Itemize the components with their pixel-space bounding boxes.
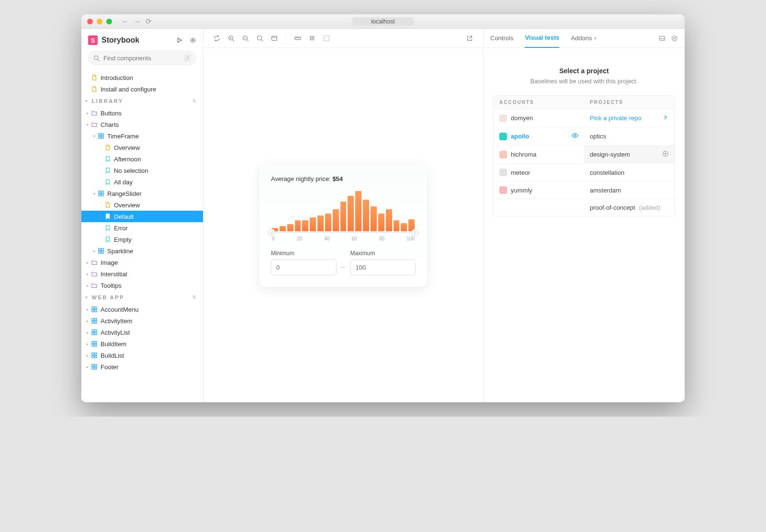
sidebar: Storybook / IntroductionInstall and conf…	[81, 29, 203, 402]
tree-item[interactable]: ▸Buttons	[81, 107, 203, 119]
search-icon	[93, 55, 100, 61]
project-cell[interactable]: Pick a private repo	[584, 109, 675, 127]
sync-icon[interactable]	[210, 32, 224, 45]
svg-marker-0	[178, 38, 182, 43]
svg-rect-31	[95, 344, 97, 346]
project-cell[interactable]: optics	[584, 127, 675, 145]
slider-handle-min[interactable]: ||	[268, 229, 275, 236]
section-header[interactable]: ▾LIBRARY⇅	[81, 95, 203, 107]
svg-point-1	[192, 39, 194, 41]
tab-visual-tests[interactable]: Visual tests	[525, 29, 559, 48]
tick-label: 0	[272, 236, 275, 241]
tab-addons[interactable]: Addons▾	[571, 29, 596, 48]
account-cell[interactable]: meteor	[494, 164, 584, 181]
tree-item[interactable]: Install and configure	[81, 83, 203, 95]
account-cell[interactable]: hichroma	[494, 146, 584, 163]
tree-item[interactable]: ▾RangeSlider	[81, 188, 203, 199]
histogram-bar	[340, 202, 347, 231]
svg-rect-6	[99, 136, 101, 138]
reload-icon[interactable]: ⟳	[146, 17, 152, 26]
svg-rect-36	[92, 364, 94, 366]
account-cell[interactable]: yummly	[494, 181, 584, 199]
tree-item[interactable]: All day	[81, 176, 203, 188]
panel-position-icon[interactable]	[659, 35, 665, 42]
range-separator: –	[341, 263, 346, 272]
account-cell[interactable]: domyen	[494, 109, 584, 127]
tree-item[interactable]: Introduction	[81, 72, 203, 83]
svg-rect-13	[101, 249, 103, 250]
gear-icon[interactable]	[190, 37, 196, 44]
outline-icon[interactable]	[320, 32, 333, 45]
tree-item[interactable]: ▸Tooltips	[81, 280, 203, 291]
histogram-bar	[386, 209, 392, 231]
tree-item[interactable]: Overview	[81, 199, 203, 211]
zoom-out-icon[interactable]	[239, 32, 252, 45]
tree-item[interactable]: ▸Footer	[81, 361, 203, 373]
tree-item[interactable]: Error	[81, 222, 203, 234]
svg-point-47	[258, 35, 262, 40]
back-icon[interactable]: ←	[122, 17, 129, 26]
tick-label: 40	[324, 236, 329, 241]
svg-rect-22	[92, 321, 94, 323]
viewport-icon[interactable]	[268, 32, 281, 45]
maximize-dot[interactable]	[106, 19, 112, 24]
canvas-toolbar	[203, 29, 483, 48]
tree-item[interactable]: Afternoon	[81, 153, 203, 165]
titlebar: ← → ⟳ localhost	[81, 14, 685, 29]
project-cell[interactable]: amsterdam	[584, 181, 675, 199]
project-cell[interactable]: constellation	[584, 164, 675, 181]
section-header[interactable]: ▾WEB APP⇅	[81, 291, 203, 304]
close-panel-icon[interactable]	[671, 35, 678, 42]
histogram-bar	[287, 224, 293, 231]
forward-icon[interactable]: →	[134, 17, 141, 26]
select-project-title: Select a project	[559, 67, 609, 75]
tree-item[interactable]: Overview	[81, 142, 203, 153]
min-input[interactable]	[271, 260, 337, 275]
tree-item[interactable]: ▸BuildItem	[81, 338, 203, 350]
axis-ticks: 020406080100	[271, 236, 416, 241]
tree-item[interactable]: Empty	[81, 234, 203, 245]
tree-item[interactable]: ▾TimeFrame	[81, 130, 203, 142]
tree-item[interactable]: ▸Sparkline	[81, 245, 203, 257]
tree-item[interactable]: ▾Charts	[81, 119, 203, 130]
account-cell[interactable]	[494, 199, 584, 216]
tree-item[interactable]: ▸ActivityList	[81, 327, 203, 338]
minimize-dot[interactable]	[97, 19, 102, 24]
svg-rect-28	[92, 341, 94, 343]
svg-rect-8	[99, 191, 101, 193]
tab-controls[interactable]: Controls	[490, 29, 513, 48]
address-bar[interactable]: localhost	[352, 17, 414, 26]
open-external-icon[interactable]	[463, 32, 476, 45]
svg-rect-15	[101, 251, 103, 253]
app-title: Storybook	[101, 36, 172, 45]
tree-item[interactable]: No selection	[81, 165, 203, 176]
search-input[interactable]	[103, 55, 184, 62]
search-box[interactable]: /	[88, 51, 196, 65]
histogram-bar	[378, 214, 384, 231]
zoom-in-icon[interactable]	[225, 32, 238, 45]
close-dot[interactable]	[87, 19, 93, 24]
svg-rect-30	[92, 344, 94, 346]
zoom-reset-icon[interactable]	[253, 32, 267, 45]
tree-item[interactable]: ▸BuildList	[81, 350, 203, 361]
tree-item[interactable]: ▸ActivityItem	[81, 315, 203, 327]
svg-line-48	[261, 39, 263, 41]
project-cell[interactable]: design-system	[584, 146, 675, 163]
measure-icon[interactable]	[291, 32, 304, 45]
svg-rect-61	[660, 36, 665, 40]
play-icon[interactable]	[176, 37, 183, 44]
card-title: Average nightly price: $54	[271, 175, 416, 182]
grid-icon[interactable]	[305, 32, 319, 45]
svg-rect-29	[95, 341, 97, 343]
add-icon[interactable]	[662, 150, 669, 157]
tree-item[interactable]: ▸Image	[81, 257, 203, 268]
slider-handle-max[interactable]: ||	[411, 229, 418, 236]
tree-item[interactable]: ▸Interstitial	[81, 268, 203, 280]
tree-item[interactable]: ▸AccountMenu	[81, 304, 203, 315]
project-cell[interactable]: proof-of-concept (added)	[584, 199, 675, 216]
tree-item[interactable]: Default	[81, 211, 203, 222]
max-input[interactable]	[350, 260, 416, 275]
histogram-bar	[333, 209, 339, 231]
svg-rect-9	[101, 191, 103, 193]
account-cell[interactable]: apollo	[494, 127, 584, 145]
